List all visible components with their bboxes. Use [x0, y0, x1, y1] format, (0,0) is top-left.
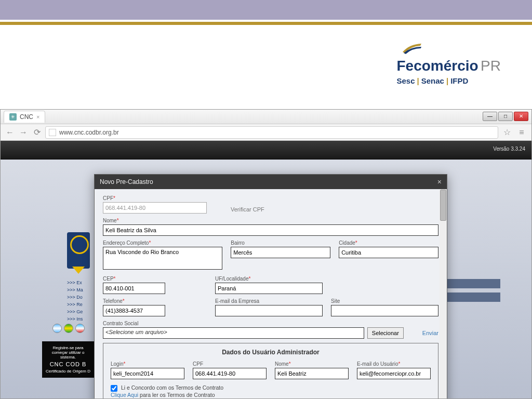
terms-text: Li e Concordo com os Termos de Contrato	[121, 384, 223, 391]
cpf-input[interactable]	[103, 202, 207, 214]
cidade-input[interactable]	[339, 247, 438, 258]
cidade-label: Cidade*	[339, 240, 438, 246]
admin-cpf-input[interactable]	[193, 368, 267, 379]
bg-link: >>> Re	[67, 301, 83, 308]
url-text: www.cnc.codbr.org.br	[59, 129, 119, 136]
cpf-label: CPF*	[103, 195, 207, 201]
bg-link: >>> Ex	[67, 279, 83, 286]
nome-label: Nome*	[103, 218, 438, 223]
url-field[interactable]: www.cnc.codbr.org.br	[45, 126, 498, 139]
logo-subline: Sesc|Senac|IFPD	[396, 76, 501, 85]
flag-icon	[52, 324, 62, 333]
site-input[interactable]	[331, 305, 438, 316]
slide-purple-band	[0, 0, 532, 20]
reload-button[interactable]: ⟳	[32, 127, 42, 138]
bg-link-list: >>> Ex >>> Ma >>> Do >>> Re >>> Ge >>> I…	[67, 279, 83, 323]
modal-close-icon[interactable]: ×	[437, 178, 442, 186]
admin-nome-label: Nome*	[275, 361, 349, 367]
modal-body: CPF* Verificar CPF Nome* Endereço	[95, 189, 447, 399]
cert-box: Registre-se para começar utilizar o sist…	[42, 341, 94, 378]
cert-top-text: Registre-se para começar utilizar o sist…	[45, 345, 91, 360]
version-label: Versão 3.3.24	[493, 146, 525, 152]
minimize-button[interactable]: —	[483, 112, 497, 121]
page-content: Versão 3.3.24 >>> Ex >>> Ma >>> Do >>> R…	[1, 141, 531, 398]
browser-window: ✳ CNC × — □ ✕ ← → ⟳ www.cnc.codbr.org.br…	[0, 109, 532, 399]
uf-label: UF/Localidade*	[215, 276, 323, 282]
logo-ifpd: IFPD	[450, 76, 468, 85]
uf-input[interactable]	[215, 283, 323, 294]
cert-bottom-text: Certificado de Origem D	[45, 369, 91, 374]
enviar-link[interactable]: Enviar	[422, 330, 438, 336]
site-label: Site	[331, 298, 438, 304]
app-topbar: Versão 3.3.24	[1, 141, 531, 159]
tab-title: CNC	[20, 113, 33, 121]
logo-main-text: Fecomércio	[396, 58, 478, 74]
bg-link: >>> Ge	[67, 308, 83, 315]
terms-rest: para ler os Termos de Contrato	[138, 392, 215, 398]
bg-link: >>> Ma	[67, 286, 83, 294]
modal-pre-cadastro: Novo Pre-Cadastro × CPF* Verificar CPF N…	[94, 174, 447, 399]
back-button[interactable]: ←	[5, 127, 15, 138]
admin-email-label: E-mail do Usuário*	[357, 361, 431, 367]
bairro-input[interactable]	[231, 247, 330, 258]
browser-tab[interactable]: ✳ CNC ×	[4, 111, 45, 123]
login-label: Login*	[111, 361, 184, 367]
contrato-label: Contrato Social	[103, 321, 438, 326]
tab-favicon-icon: ✳	[9, 113, 17, 121]
admin-title: Dados do Usuário Administrador	[111, 349, 431, 356]
slide-gold-band	[0, 22, 532, 25]
page-icon	[49, 129, 56, 136]
bg-link: >>> Do	[67, 294, 83, 301]
telefone-label: Telefone*	[103, 298, 207, 304]
logo-sesc: Sesc	[396, 76, 415, 85]
browser-title-bar: ✳ CNC × — □ ✕	[1, 110, 531, 124]
logo-pr-text: PR	[481, 58, 501, 74]
tab-close-icon[interactable]: ×	[36, 114, 39, 120]
flag-icon	[64, 324, 73, 333]
login-input[interactable]	[111, 368, 184, 379]
modal-header: Novo Pre-Cadastro ×	[95, 175, 447, 189]
verificar-cpf-link[interactable]: Verificar CPF	[231, 206, 264, 212]
admin-cpf-label: CPF	[193, 361, 267, 367]
flag-icon	[75, 324, 85, 333]
fecomercio-logo: Fecomércio PR Sesc|Senac|IFPD	[396, 42, 501, 85]
telefone-input[interactable]	[103, 305, 165, 316]
menu-icon[interactable]: ≡	[516, 127, 527, 138]
email-empresa-label: E-mail da Empresa	[215, 298, 323, 304]
cert-mid-text: CNC COD B	[45, 361, 91, 367]
bookmark-icon[interactable]: ☆	[501, 127, 513, 138]
endereco-label: Endereço Completo*	[103, 240, 222, 246]
close-button[interactable]: ✕	[514, 112, 528, 121]
endereco-input[interactable]: Rua Visconde do Rio Branco	[103, 247, 222, 270]
scroll-thumb[interactable]	[440, 190, 446, 221]
logo-senac: Senac	[421, 76, 444, 85]
logo-swoosh-icon	[402, 42, 422, 55]
modal-title: Novo Pre-Cadastro	[100, 178, 153, 185]
flag-icons	[52, 324, 85, 333]
maximize-button[interactable]: □	[498, 112, 513, 121]
selecionar-button[interactable]: Selecionar	[367, 327, 404, 339]
terms-checkbox[interactable]	[111, 385, 117, 392]
file-display[interactable]: <Selecione um arquivo>	[103, 327, 364, 339]
ribbon-badge-icon	[67, 232, 90, 269]
modal-scrollbar[interactable]	[440, 189, 447, 399]
email-empresa-input[interactable]	[215, 305, 323, 316]
terms-row: Li e Concordo com os Termos de Contrato …	[111, 384, 431, 398]
admin-email-input[interactable]	[357, 368, 431, 379]
cep-label: CEP*	[103, 276, 207, 282]
bg-link: >>> Ins	[67, 315, 83, 323]
cep-input[interactable]	[103, 283, 165, 294]
address-bar: ← → ⟳ www.cnc.codbr.org.br ☆ ≡	[1, 124, 531, 141]
bairro-label: Bairro	[231, 240, 330, 246]
admin-section: Dados do Usuário Administrador Login* CP…	[103, 343, 438, 399]
admin-nome-input[interactable]	[275, 368, 349, 379]
forward-button[interactable]: →	[18, 127, 29, 138]
window-controls: — □ ✕	[483, 112, 528, 121]
nome-input[interactable]	[103, 224, 438, 236]
terms-link[interactable]: Clique Aqui	[111, 392, 138, 398]
